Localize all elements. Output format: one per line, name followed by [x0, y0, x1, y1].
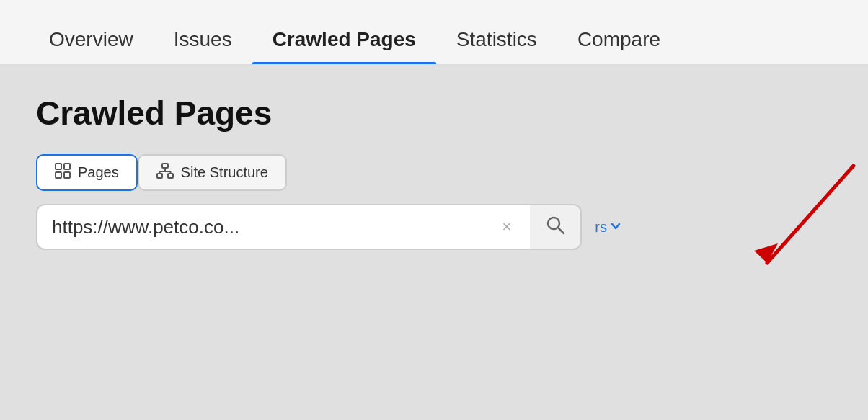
- search-button[interactable]: [530, 204, 582, 250]
- main-content: Crawled Pages Pages: [0, 65, 868, 420]
- tab-issues[interactable]: Issues: [154, 28, 252, 64]
- search-input-wrapper: https://www.petco.co... ×: [36, 204, 533, 250]
- svg-rect-3: [64, 172, 70, 178]
- svg-rect-0: [56, 164, 61, 169]
- filters-partial-label: rs: [595, 219, 607, 236]
- site-structure-icon: [156, 163, 174, 182]
- view-toggle-group: Pages Site Structure: [36, 154, 832, 191]
- filters-partial-button[interactable]: rs: [589, 210, 627, 244]
- svg-rect-4: [162, 164, 168, 168]
- svg-rect-6: [168, 174, 173, 178]
- site-structure-toggle-button[interactable]: Site Structure: [138, 154, 287, 191]
- site-structure-button-label: Site Structure: [181, 164, 268, 181]
- search-icon: [545, 215, 565, 240]
- svg-rect-1: [64, 164, 70, 169]
- svg-line-12: [559, 228, 564, 233]
- pages-button-label: Pages: [78, 164, 119, 181]
- svg-point-11: [548, 218, 559, 229]
- svg-rect-2: [56, 172, 61, 178]
- svg-rect-5: [157, 174, 162, 178]
- svg-marker-14: [754, 243, 778, 263]
- tab-statistics[interactable]: Statistics: [436, 28, 557, 64]
- chevron-down-icon: [610, 219, 621, 236]
- page-title: Crawled Pages: [36, 94, 832, 133]
- tab-crawled-pages[interactable]: Crawled Pages: [252, 28, 436, 64]
- tab-compare[interactable]: Compare: [557, 28, 681, 64]
- tab-overview[interactable]: Overview: [29, 28, 154, 64]
- search-row: https://www.petco.co... × rs: [36, 204, 627, 250]
- clear-search-button[interactable]: ×: [496, 215, 517, 239]
- pages-icon: [55, 163, 71, 182]
- pages-toggle-button[interactable]: Pages: [36, 154, 138, 191]
- navigation-bar: Overview Issues Crawled Pages Statistics…: [0, 0, 868, 65]
- search-input-value[interactable]: https://www.petco.co...: [52, 216, 496, 238]
